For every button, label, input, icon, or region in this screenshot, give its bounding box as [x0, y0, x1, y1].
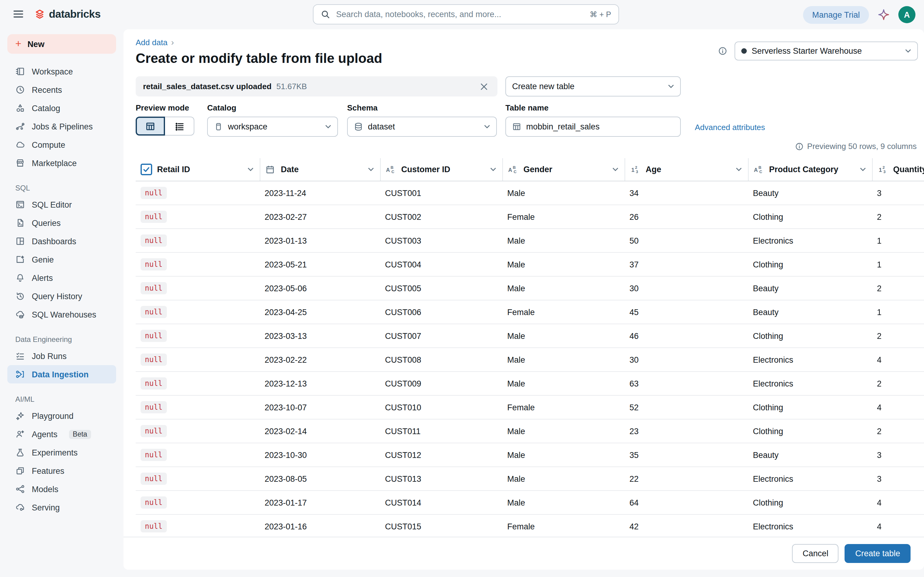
databricks-logo[interactable]: databricks — [34, 8, 100, 21]
sidebar-item-serving[interactable]: Serving — [7, 498, 116, 517]
cell: Beauty — [748, 300, 872, 324]
cell: 23 — [625, 419, 748, 443]
sidebar-item-label: Dashboards — [32, 237, 76, 246]
sidebar-item-catalog[interactable]: Catalog — [7, 99, 116, 117]
sidebar-item-alerts[interactable]: Alerts — [7, 269, 116, 287]
table-header-row: Retail IDDateABCCustomer IDABCGender123A… — [136, 158, 924, 181]
sidebar-item-marketplace[interactable]: Marketplace — [7, 154, 116, 172]
cell: 2023-02-27 — [260, 205, 380, 229]
sidebar-item-data-ingestion[interactable]: Data Ingestion — [7, 365, 116, 384]
catalog-select[interactable]: workspace — [207, 117, 338, 137]
sidebar-item-dashboards[interactable]: Dashboards — [7, 232, 116, 250]
sidebar-item-features[interactable]: Features — [7, 462, 116, 480]
global-search[interactable]: ⌘ + P — [313, 4, 619, 24]
warehouse-select[interactable]: Serverless Starter Warehouse — [735, 42, 918, 60]
table-view-toggle[interactable] — [136, 117, 165, 135]
sidebar-item-jobs-pipelines[interactable]: Jobs & Pipelines — [7, 117, 116, 135]
cell: Male — [502, 372, 625, 395]
cell: null — [136, 181, 260, 205]
table-mode-select[interactable]: Create new table — [506, 76, 681, 97]
column-checkbox-checked[interactable] — [141, 164, 152, 175]
cell: null — [136, 205, 260, 229]
table-row: null2023-04-25CUST006Female45Beauty1 — [136, 300, 924, 324]
playground-icon — [15, 411, 25, 421]
sidebar-item-label: Models — [32, 485, 58, 494]
chevron-down-icon[interactable] — [368, 167, 374, 172]
remove-file-icon[interactable] — [478, 80, 490, 92]
cell: Male — [502, 348, 625, 372]
user-avatar[interactable]: A — [898, 6, 916, 23]
sidebar-item-label: SQL Warehouses — [32, 310, 96, 319]
cell: 4 — [872, 514, 924, 538]
cell: null — [136, 443, 260, 467]
sidebar-item-workspace[interactable]: Workspace — [7, 62, 116, 81]
new-button[interactable]: + New — [7, 34, 116, 54]
column-header-quantity[interactable]: 123Quantity — [872, 158, 924, 181]
sidebar-item-queries[interactable]: Queries — [7, 214, 116, 232]
list-view-toggle[interactable] — [165, 117, 194, 135]
sidebar-item-query-history[interactable]: Query History — [7, 287, 116, 305]
chevron-down-icon[interactable] — [247, 167, 253, 172]
cell: 30 — [625, 348, 748, 372]
column-header-customer-id[interactable]: ABCCustomer ID — [380, 158, 502, 181]
info-icon[interactable] — [718, 47, 727, 56]
table-name-input[interactable] — [526, 122, 674, 131]
sidebar-item-models[interactable]: Models — [7, 480, 116, 498]
sidebar-item-playground[interactable]: Playground — [7, 407, 116, 425]
cell: 2023-04-25 — [260, 300, 380, 324]
cell: CUST009 — [380, 372, 502, 395]
job-runs-icon — [15, 351, 25, 361]
sidebar-item-genie[interactable]: Genie — [7, 250, 116, 269]
table-row: null2023-02-27CUST002Female26Clothing2 — [136, 205, 924, 229]
cell: Beauty — [748, 443, 872, 467]
cell: CUST003 — [380, 229, 502, 253]
cell: CUST002 — [380, 205, 502, 229]
assistant-sparkle-icon[interactable] — [877, 8, 890, 21]
sidebar-item-recents[interactable]: Recents — [7, 81, 116, 99]
search-input[interactable] — [335, 9, 585, 19]
column-header-inner: ABCCustomer ID — [380, 165, 502, 174]
column-header-gender[interactable]: ABCGender — [502, 158, 625, 181]
warehouse-area: Serverless Starter Warehouse — [718, 42, 918, 60]
cell: null — [136, 372, 260, 395]
cell: Clothing — [748, 324, 872, 348]
column-header-product-category[interactable]: ABCProduct Category — [748, 158, 872, 181]
advanced-attributes-link[interactable]: Advanced attributes — [695, 123, 765, 132]
chevron-down-icon[interactable] — [490, 167, 496, 172]
number-type-icon: 123 — [877, 165, 888, 174]
sidebar-item-compute[interactable]: Compute — [7, 135, 116, 154]
column-header-inner: 123Age — [625, 165, 748, 174]
warehouse-status-dot — [741, 48, 747, 54]
null-badge: null — [141, 449, 167, 461]
queries-icon — [15, 218, 25, 228]
chevron-down-icon[interactable] — [859, 167, 866, 172]
sidebar-item-label: Query History — [32, 292, 82, 301]
sidebar-item-sql-warehouses[interactable]: SQL Warehouses — [7, 305, 116, 324]
table-row: null2023-05-06CUST005Male30Beauty2 — [136, 276, 924, 300]
cell: Male — [502, 443, 625, 467]
column-header-age[interactable]: 123Age — [625, 158, 748, 181]
cell: Electronics — [748, 348, 872, 372]
dashboards-icon — [15, 236, 25, 246]
sidebar-item-agents[interactable]: AgentsBeta — [7, 425, 116, 443]
column-header-retail-id[interactable]: Retail ID — [136, 158, 260, 181]
schema-select[interactable]: dataset — [347, 117, 497, 137]
hamburger-menu-icon[interactable] — [13, 9, 23, 19]
preview-mode-toggle — [136, 117, 194, 135]
cell: Male — [502, 467, 625, 491]
column-header-date[interactable]: Date — [260, 158, 380, 181]
sidebar-item-sql-editor[interactable]: SQL Editor — [7, 195, 116, 214]
breadcrumb-add-data-link[interactable]: Add data — [136, 37, 168, 47]
chevron-down-icon[interactable] — [735, 167, 741, 172]
chevron-down-icon[interactable] — [612, 167, 618, 172]
manage-trial-button[interactable]: Manage Trial — [803, 6, 869, 24]
sidebar-item-experiments[interactable]: Experiments — [7, 443, 116, 462]
table-name-field[interactable] — [506, 117, 681, 137]
create-table-button[interactable]: Create table — [845, 544, 911, 563]
sidebar-item-job-runs[interactable]: Job Runs — [7, 347, 116, 365]
sidebar-item-label: Marketplace — [32, 158, 77, 168]
cancel-button[interactable]: Cancel — [792, 544, 839, 563]
null-badge: null — [141, 306, 167, 318]
table-row: null2023-02-14CUST011Male23Clothing2 — [136, 419, 924, 443]
cell: 4 — [872, 348, 924, 372]
